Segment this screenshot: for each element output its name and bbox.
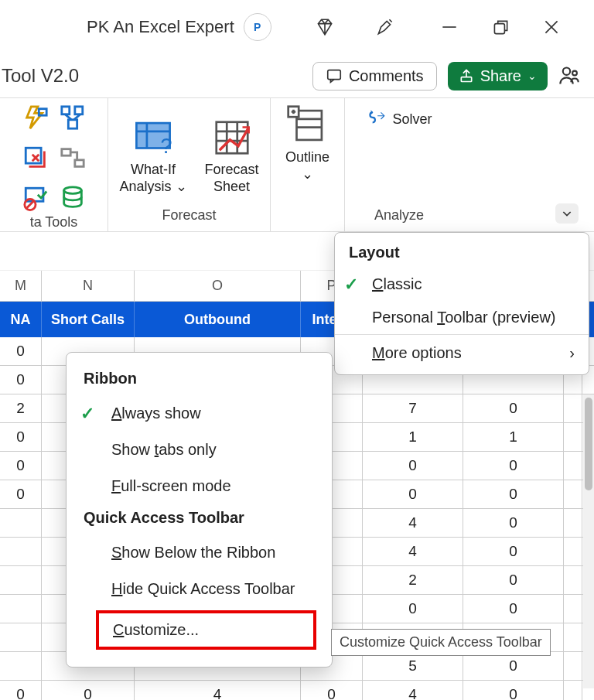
cell[interactable] [564,595,582,623]
menu-always-show[interactable]: ✓ Always show [67,395,332,432]
check-icon: ✓ [344,275,358,295]
col-header-O[interactable]: O [135,271,301,301]
consolidate-icon[interactable] [60,104,86,134]
share-button[interactable]: Share ⌄ [448,62,548,90]
cell[interactable] [564,566,582,594]
solver-button[interactable]: Solver [366,109,432,129]
ribbon-collapse-icon[interactable] [555,203,579,224]
forecast-sheet-button[interactable]: Forecast Sheet [201,117,262,195]
logo-icon: P [244,13,271,41]
share-label: Share [480,67,521,85]
cell[interactable]: 0 [463,452,564,480]
document-name: Tool V2.0 [2,65,79,87]
menu-show-tabs-only[interactable]: Show tabs only [67,432,332,468]
cell[interactable] [0,652,42,680]
cell[interactable] [564,652,582,680]
layout-personal-toolbar[interactable]: Personal Toolbar (preview) [335,301,589,334]
cell[interactable]: 1 [363,423,463,451]
cell[interactable]: 5 [363,652,463,680]
cell[interactable]: 0 [363,452,463,480]
cell[interactable] [564,452,582,480]
cell[interactable]: 0 [463,509,564,537]
svg-point-6 [563,68,570,75]
cell[interactable]: 0 [42,681,135,700]
cell[interactable]: 1 [463,423,564,451]
group-outline: Outline⌄ [271,98,345,231]
remove-dup-icon[interactable] [22,145,49,174]
cell[interactable]: 0 [0,423,42,451]
menu-show-below-ribbon[interactable]: Show Below the Ribbon [67,534,332,571]
menu-customize-qat[interactable]: Customize... [96,610,316,650]
hdr-O[interactable]: Outbound [135,302,301,337]
cell[interactable] [564,394,582,422]
svg-rect-5 [461,77,471,82]
cell[interactable]: 0 [0,452,42,480]
cell[interactable] [564,538,582,565]
cell[interactable] [0,595,42,623]
cell[interactable]: 0 [463,681,564,700]
window-controls [439,17,585,37]
cell[interactable]: 0 [0,480,42,508]
cell[interactable]: 4 [363,509,463,537]
edit-icon[interactable] [375,17,395,37]
group-label-analyze: Analyze [374,207,424,228]
data-model-icon[interactable] [60,185,86,214]
cell[interactable] [564,423,582,451]
col-header-N[interactable]: N [42,271,135,301]
ribbon-context-menu: Ribbon ✓ Always show Show tabs only Full… [66,352,333,668]
cell[interactable]: 0 [463,538,564,565]
cell[interactable]: 7 [363,394,463,422]
cell[interactable]: 4 [363,681,463,700]
group-label-data-tools: ta Tools [30,214,78,235]
close-icon[interactable] [541,17,562,37]
layout-more-options[interactable]: More options › [335,334,589,367]
user-icon[interactable] [558,65,580,87]
cell[interactable]: 0 [463,480,564,508]
outline-button[interactable]: Outline⌄ [285,104,329,183]
col-header-M[interactable]: M [0,271,42,301]
cell[interactable]: 4 [135,681,301,700]
menu-full-screen[interactable]: Full-screen mode [67,468,332,504]
vertical-scrollbar[interactable] [583,394,594,688]
layout-classic[interactable]: ✓ Classic [335,268,589,301]
menu-hide-qat[interactable]: Hide Quick Access Toolbar [67,571,332,607]
cell[interactable]: 2 [363,566,463,594]
cell[interactable]: 4 [363,538,463,565]
cell[interactable]: 0 [363,480,463,508]
chevron-right-icon: › [569,344,575,362]
what-if-button[interactable]: ? What-If Analysis ⌄ [116,117,190,195]
cell[interactable] [564,480,582,508]
app-title: PK An Excel Expert [87,17,234,37]
layout-flyout: Layout ✓ Classic Personal Toolbar (previ… [334,232,589,375]
hdr-M[interactable]: NA [0,302,42,337]
cell[interactable] [564,623,582,651]
cell[interactable] [0,509,42,537]
cell[interactable]: 0 [0,366,42,394]
cell[interactable] [0,566,42,594]
hdr-N[interactable]: Short Calls [42,302,135,337]
diamond-icon[interactable] [315,17,335,37]
data-validation-icon[interactable] [22,185,49,214]
relationships-icon[interactable] [60,145,86,174]
cell[interactable] [0,538,42,565]
cell[interactable]: 0 [463,394,564,422]
comments-button[interactable]: Comments [312,62,437,90]
cell[interactable] [564,681,582,700]
scrollbar-thumb[interactable] [585,398,592,490]
minimize-icon[interactable] [439,17,459,37]
cell[interactable]: 0 [0,337,42,365]
cell[interactable]: 0 [301,681,363,700]
group-analyze: Solver Analyze [345,98,453,231]
cell[interactable]: 0 [463,566,564,594]
cell[interactable]: 2 [0,394,42,422]
cell[interactable] [564,509,582,537]
cell[interactable]: 0 [0,681,42,700]
cell[interactable] [0,623,42,651]
restore-icon[interactable] [490,17,510,37]
flash-fill-icon[interactable] [22,104,49,134]
cell[interactable]: 0 [463,595,564,623]
svg-rect-18 [61,149,70,156]
cell[interactable]: 0 [463,652,564,680]
cell[interactable]: 0 [363,595,463,623]
layout-title: Layout [335,241,589,268]
